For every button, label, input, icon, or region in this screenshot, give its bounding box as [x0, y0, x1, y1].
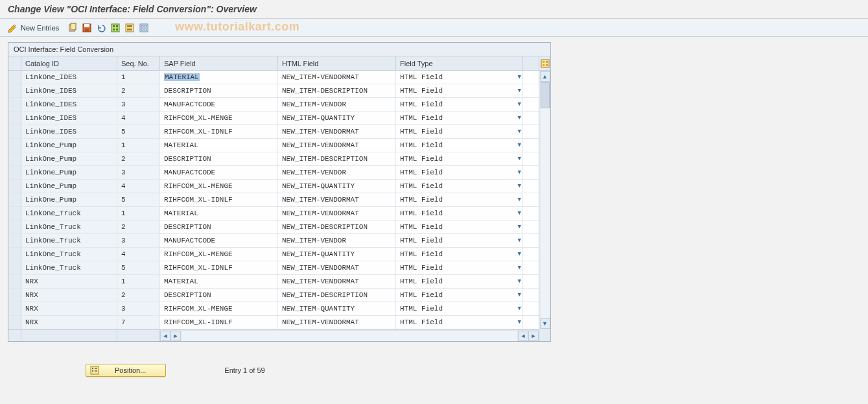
cell-catalog[interactable]: LinkOne_Truck [21, 207, 117, 220]
dropdown-icon[interactable]: ▼ [518, 156, 521, 162]
hscroll-right2-icon[interactable]: ► [528, 331, 539, 341]
cell-sap[interactable]: DESCRIPTION [160, 152, 278, 165]
cell-seq[interactable]: 5 [117, 193, 160, 206]
hscroll-left2-icon[interactable]: ◄ [518, 331, 528, 341]
row-selector[interactable] [8, 71, 21, 84]
cell-seq[interactable]: 4 [117, 112, 160, 125]
cell-seq[interactable]: 4 [117, 248, 160, 261]
row-selector[interactable] [8, 261, 21, 274]
col-html[interactable]: HTML Field [278, 56, 396, 70]
cell-seq[interactable]: 2 [117, 220, 160, 233]
cell-sap[interactable]: RIHFCOM_XL-MENGE [160, 180, 278, 193]
cell-seq[interactable]: 1 [117, 71, 160, 84]
cell-html[interactable]: NEW_ITEM-VENDORMAT [278, 207, 396, 220]
cell-html[interactable]: NEW_ITEM-QUANTITY [278, 302, 396, 315]
cell-seq[interactable]: 1 [117, 139, 160, 152]
select-all-icon[interactable] [110, 22, 121, 34]
cell-html[interactable]: NEW_ITEM-DESCRIPTION [278, 220, 396, 233]
cell-ftype[interactable]: HTML Field▼ [396, 152, 523, 165]
undo-icon[interactable] [95, 22, 107, 34]
dropdown-icon[interactable]: ▼ [518, 237, 521, 244]
cell-ftype[interactable]: HTML Field▼ [396, 98, 523, 111]
cell-seq[interactable]: 2 [117, 84, 160, 97]
table-row[interactable]: LinkOne_IDES5RIHFCOM_XL-IDNLFNEW_ITEM-VE… [8, 125, 539, 139]
cell-ftype[interactable]: HTML Field▼ [396, 71, 523, 84]
col-seq[interactable]: Seq. No. [117, 56, 160, 70]
dropdown-icon[interactable]: ▼ [518, 265, 521, 271]
cell-sap[interactable]: RIHFCOM_XL-IDNLF [160, 193, 278, 206]
dropdown-icon[interactable]: ▼ [518, 183, 521, 189]
cell-ftype[interactable]: HTML Field▼ [396, 248, 523, 261]
vscroll-track[interactable] [541, 82, 550, 318]
row-selector[interactable] [8, 275, 21, 288]
cell-html[interactable]: NEW_ITEM-VENDORMAT [278, 71, 396, 84]
vscroll-up-icon[interactable]: ▲ [540, 71, 550, 82]
cell-sap[interactable]: MATERIAL [160, 275, 278, 288]
cell-catalog[interactable]: LinkOne_Truck [21, 234, 117, 247]
cell-html[interactable]: NEW_ITEM-VENDORMAT [278, 193, 396, 206]
cell-html[interactable]: NEW_ITEM-DESCRIPTION [278, 84, 396, 97]
cell-html[interactable]: NEW_ITEM-QUANTITY [278, 248, 396, 261]
dropdown-icon[interactable]: ▼ [518, 196, 521, 203]
col-catalog[interactable]: Catalog ID [21, 56, 117, 70]
cell-sap[interactable]: MANUFACTCODE [160, 166, 278, 179]
cell-html[interactable]: NEW_ITEM-VENDORMAT [278, 275, 396, 288]
row-selector[interactable] [8, 98, 21, 111]
table-row[interactable]: LinkOne_Pump3MANUFACTCODENEW_ITEM-VENDOR… [8, 166, 539, 180]
cell-seq[interactable]: 5 [117, 125, 160, 138]
cell-seq[interactable]: 2 [117, 152, 160, 165]
cell-ftype[interactable]: HTML Field▼ [396, 180, 523, 193]
cell-ftype[interactable]: HTML Field▼ [396, 289, 523, 302]
cell-sap[interactable]: RIHFCOM_XL-IDNLF [160, 125, 278, 138]
row-selector[interactable] [8, 316, 21, 329]
col-ftype[interactable]: Field Type [396, 56, 523, 70]
dropdown-icon[interactable]: ▼ [518, 292, 521, 298]
table-row[interactable]: NRX1MATERIALNEW_ITEM-VENDORMATHTML Field… [8, 275, 539, 289]
cell-sap[interactable]: MANUFACTCODE [160, 234, 278, 247]
cell-seq[interactable]: 5 [117, 261, 160, 274]
row-selector[interactable] [8, 139, 21, 152]
row-selector[interactable] [8, 125, 21, 138]
vscroll-thumb[interactable] [541, 82, 550, 108]
hscroll-left-icon[interactable]: ◄ [160, 331, 170, 341]
row-selector[interactable] [8, 220, 21, 233]
dropdown-icon[interactable]: ▼ [518, 224, 521, 230]
cell-html[interactable]: NEW_ITEM-QUANTITY [278, 112, 396, 125]
cell-catalog[interactable]: LinkOne_Pump [21, 166, 117, 179]
hscroll-track[interactable] [182, 331, 517, 341]
table-row[interactable]: LinkOne_Truck4RIHFCOM_XL-MENGENEW_ITEM-Q… [8, 248, 539, 261]
cell-ftype[interactable]: HTML Field▼ [396, 220, 523, 233]
cell-catalog[interactable]: LinkOne_Truck [21, 220, 117, 233]
cell-catalog[interactable]: NRX [21, 289, 117, 302]
cell-catalog[interactable]: LinkOne_Truck [21, 248, 117, 261]
cell-html[interactable]: NEW_ITEM-VENDORMAT [278, 125, 396, 138]
table-row[interactable]: LinkOne_Pump4RIHFCOM_XL-MENGENEW_ITEM-QU… [8, 180, 539, 193]
cell-catalog[interactable]: LinkOne_IDES [21, 84, 117, 97]
cell-html[interactable]: NEW_ITEM-VENDORMAT [278, 139, 396, 152]
cell-html[interactable]: NEW_ITEM-VENDOR [278, 234, 396, 247]
row-selector[interactable] [8, 152, 21, 165]
cell-ftype[interactable]: HTML Field▼ [396, 166, 523, 179]
row-selector[interactable] [8, 166, 21, 179]
cell-ftype[interactable]: HTML Field▼ [396, 112, 523, 125]
toggle-display-icon[interactable] [6, 22, 18, 34]
cell-ftype[interactable]: HTML Field▼ [396, 316, 523, 329]
cell-sap[interactable]: DESCRIPTION [160, 220, 278, 233]
cell-seq[interactable]: 3 [117, 234, 160, 247]
cell-sap[interactable]: MANUFACTCODE [160, 98, 278, 111]
cell-html[interactable]: NEW_ITEM-DESCRIPTION [278, 289, 396, 302]
row-selector[interactable] [8, 207, 21, 220]
cell-ftype[interactable]: HTML Field▼ [396, 193, 523, 206]
cell-html[interactable]: NEW_ITEM-VENDORMAT [278, 316, 396, 329]
cell-ftype[interactable]: HTML Field▼ [396, 234, 523, 247]
hscroll-right-icon[interactable]: ► [170, 331, 181, 341]
dropdown-icon[interactable]: ▼ [518, 88, 521, 94]
cell-catalog[interactable]: LinkOne_Pump [21, 193, 117, 206]
cell-sap[interactable]: DESCRIPTION [160, 84, 278, 97]
cell-seq[interactable]: 1 [117, 207, 160, 220]
table-row[interactable]: LinkOne_Truck2DESCRIPTIONNEW_ITEM-DESCRI… [8, 220, 539, 234]
table-row[interactable]: LinkOne_Pump5RIHFCOM_XL-IDNLFNEW_ITEM-VE… [8, 193, 539, 207]
row-selector[interactable] [8, 289, 21, 302]
cell-sap[interactable]: RIHFCOM_XL-MENGE [160, 112, 278, 125]
cell-html[interactable]: NEW_ITEM-VENDORMAT [278, 261, 396, 274]
